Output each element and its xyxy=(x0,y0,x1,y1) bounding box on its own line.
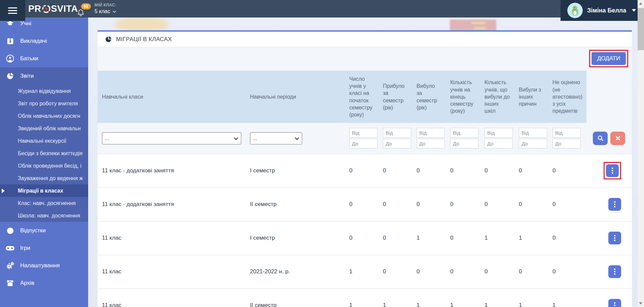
filter-to-input[interactable] xyxy=(485,139,513,148)
value-cell: 0 xyxy=(379,221,412,255)
person-circle-icon xyxy=(6,55,14,63)
sidebar-subitem-teacher-work-report[interactable]: Звіт про роботу вчителя xyxy=(0,97,88,110)
value-cell: 0 xyxy=(345,221,379,255)
search-button[interactable] xyxy=(593,132,608,145)
hamburger-menu-button[interactable] xyxy=(0,0,25,21)
sidebar-item-vacations[interactable]: Відпустки xyxy=(0,222,88,239)
sidebar-subitem-attendance-journal[interactable]: Журнал відвідування xyxy=(0,85,88,97)
add-button[interactable]: ДОДАТИ xyxy=(592,52,626,65)
sidebar-section-reports: Звіти Журнал відвідування Звіт про робот… xyxy=(0,67,88,222)
sidebar-subitem-excursions[interactable]: Навчальні екскурсії xyxy=(0,135,88,147)
sidebar-subitem-achievements-record[interactable]: Облік навчальних досягн xyxy=(0,110,88,122)
period-cell: ІІ семестр xyxy=(246,187,345,221)
filter-from-input[interactable] xyxy=(349,128,378,138)
table-row: 11 клас ІІ семестр 1 1 1 1 1 1 1 xyxy=(98,288,632,307)
sidebar-item-settings[interactable]: Налаштування xyxy=(0,257,88,274)
sidebar-subitem-safety-talks[interactable]: Бесіди з безпеки життєдія xyxy=(0,147,88,160)
class-cell: 11 клас xyxy=(98,255,246,288)
value-cell: 0 xyxy=(480,154,514,187)
class-cell: 11 клас - додаткові заняття xyxy=(98,154,246,187)
filter-from-input[interactable] xyxy=(485,128,513,138)
sidebar: Учні Викладачі Батьки Звіти Журнал відві… xyxy=(0,18,88,307)
my-class-value: 5 клас xyxy=(95,8,110,14)
sidebar-item-games[interactable]: Ігри xyxy=(0,239,88,257)
logo-text-right: SVITA xyxy=(51,4,78,14)
row-actions-button[interactable] xyxy=(608,299,621,307)
pie-chart-icon xyxy=(105,36,112,43)
filter-row: ... ... xyxy=(98,123,632,154)
user-menu[interactable]: Зіміна Белла xyxy=(561,0,638,21)
filter-from-input[interactable] xyxy=(450,128,478,138)
table-header-row: Навчальні класи Навчальні періоди Число … xyxy=(98,71,632,123)
class-filter-select[interactable]: ... xyxy=(102,132,241,144)
toolbar: ДОДАТИ xyxy=(98,47,632,71)
value-cell: 0 xyxy=(446,221,480,255)
column-header: Вибули з інших причин xyxy=(514,71,548,123)
value-cell: 0 xyxy=(446,154,480,187)
filter-to-input[interactable] xyxy=(519,139,547,148)
sidebar-item-teachers[interactable]: Викладачі xyxy=(0,32,88,50)
column-header: Не оцінено (не атестовано) з усіх предме… xyxy=(548,71,586,123)
sidebar-item-label: Батьки xyxy=(20,55,38,62)
filter-to-input[interactable] xyxy=(552,139,581,148)
period-filter-select[interactable]: ... xyxy=(250,132,302,144)
filter-from-input[interactable] xyxy=(519,128,547,138)
filter-from-input[interactable] xyxy=(417,128,445,138)
filter-to-input[interactable] xyxy=(450,139,478,148)
value-cell: 0 xyxy=(514,154,548,187)
filter-from-input[interactable] xyxy=(383,128,411,138)
sidebar-subitem-summary-record[interactable]: Зведений облік навчальн xyxy=(0,122,88,135)
value-cell: 1 xyxy=(446,288,480,307)
scrollbar-thumb[interactable] xyxy=(638,8,644,50)
sidebar-item-label: Звіти xyxy=(20,73,34,79)
column-header: Кількість учнів, що вибули до інших шкіл xyxy=(480,71,514,123)
top-bar: PR SVITA 63 МІЙ КЛАС: 5 клас xyxy=(0,0,638,18)
sidebar-item-reports[interactable]: Звіти xyxy=(0,67,88,85)
sidebar-item-parents[interactable]: Батьки xyxy=(0,50,88,67)
filter-from-input[interactable] xyxy=(552,128,581,138)
sidebar-subitem-class-achievements[interactable]: Клас: навч. досягнення xyxy=(0,197,88,209)
value-cell: 0 xyxy=(412,154,446,187)
filter-to-input[interactable] xyxy=(349,139,378,148)
value-cell: 1 xyxy=(345,255,379,288)
period-cell: 2021-2022 н. р. xyxy=(246,255,345,288)
my-class-dropdown[interactable]: МІЙ КЛАС: 5 клас xyxy=(95,3,116,14)
row-actions-button[interactable] xyxy=(608,198,621,211)
table-row: 11 клас - додаткові заняття ІІ семестр 0… xyxy=(98,187,632,221)
graduation-cap-icon xyxy=(6,20,14,27)
row-actions-button[interactable] xyxy=(606,164,619,177)
archive-box-icon xyxy=(6,279,14,287)
search-icon xyxy=(597,135,604,142)
value-cell: 1 xyxy=(480,288,514,307)
row-actions-button[interactable] xyxy=(608,232,621,244)
sidebar-subitem-talks-record[interactable]: Облік проведення бесід, і xyxy=(0,160,88,172)
filter-to-input[interactable] xyxy=(383,139,411,148)
row-actions-button[interactable] xyxy=(608,265,621,278)
annotation-highlight: ДОДАТИ xyxy=(589,50,628,67)
filter-to-input[interactable] xyxy=(417,139,445,148)
clear-filter-button[interactable] xyxy=(610,132,625,145)
column-header: Вибуло за семестр (рік) xyxy=(412,71,446,123)
sidebar-subitem-class-migrations[interactable]: Міграції в класах xyxy=(0,184,88,197)
value-cell: 1 xyxy=(379,288,412,307)
sidebar-subitem-school-achievements[interactable]: Школа: навч. досягнення xyxy=(0,209,88,222)
scroll-up-arrow-icon[interactable] xyxy=(639,2,642,5)
vertical-scrollbar[interactable] xyxy=(638,0,644,307)
value-cell: 1 xyxy=(480,221,514,255)
notifications-button[interactable]: 63 xyxy=(77,3,90,17)
period-cell: І семестр xyxy=(246,154,345,187)
logo-text-left: PR xyxy=(28,4,41,14)
logo-o-icon xyxy=(42,4,51,13)
value-cell: 0 xyxy=(480,255,514,288)
sidebar-subitem-journal-remarks[interactable]: Зауваження до ведення ж xyxy=(0,172,88,184)
value-cell: 0 xyxy=(379,154,412,187)
scroll-down-arrow-icon[interactable] xyxy=(639,302,642,305)
value-cell: 0 xyxy=(412,187,446,221)
column-header-actions xyxy=(586,71,632,123)
sidebar-item-archive[interactable]: Архів xyxy=(0,274,88,292)
main-content: МІГРАЦІЇ В КЛАСАХ ДОДАТИ Навчальні класи… xyxy=(88,18,638,307)
app-logo[interactable]: PR SVITA xyxy=(28,0,78,18)
class-cell: 11 клас - додаткові заняття xyxy=(98,187,246,221)
gears-icon xyxy=(6,262,14,270)
value-cell: 0 xyxy=(514,255,548,288)
